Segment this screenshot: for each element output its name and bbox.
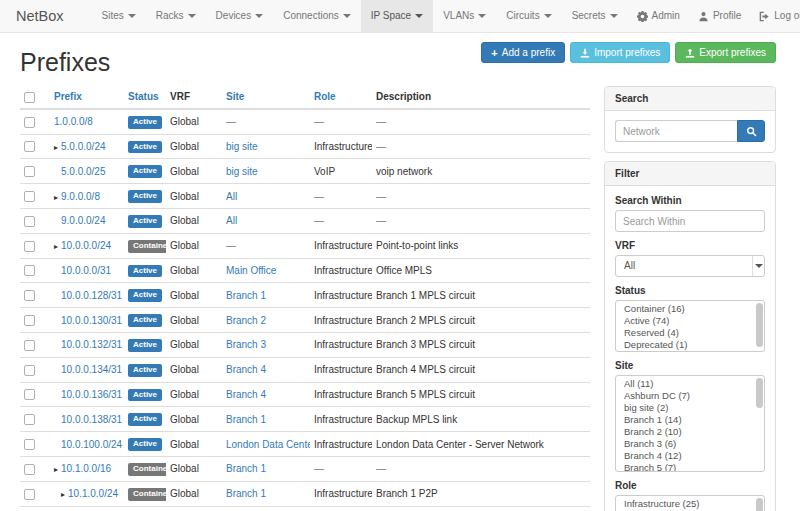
- row-checkbox[interactable]: [24, 241, 35, 252]
- prefix-link[interactable]: 10.0.0.128/31: [61, 290, 122, 301]
- add-prefix-button[interactable]: + Add a prefix: [481, 42, 565, 63]
- filter-option[interactable]: Infrastructure (25): [616, 498, 764, 510]
- status-badge: Active: [128, 141, 162, 154]
- nav-item-label: Secrets: [572, 0, 606, 32]
- nav-item-sites[interactable]: Sites: [92, 0, 146, 32]
- site-link[interactable]: Branch 1: [226, 414, 266, 425]
- filter-option[interactable]: Branch 2 (10): [616, 426, 764, 438]
- filter-option[interactable]: big site (2): [616, 402, 764, 414]
- site-link[interactable]: London Data Center: [226, 439, 310, 450]
- site-link[interactable]: Branch 2: [226, 315, 266, 326]
- status-cell: Active: [124, 357, 166, 382]
- prefix-link[interactable]: 10.0.100.0/24: [61, 439, 122, 450]
- checkbox-cell: [20, 308, 50, 333]
- nav-item-connections[interactable]: Connections: [273, 0, 361, 32]
- site-link[interactable]: Branch 1: [226, 488, 266, 499]
- scrollbar-thumb[interactable]: [756, 498, 763, 511]
- site-link[interactable]: Branch 1: [226, 290, 266, 301]
- expand-arrow-icon[interactable]: ▸: [54, 465, 58, 474]
- row-checkbox[interactable]: [24, 117, 35, 128]
- filter-option[interactable]: Branch 4 (12): [616, 450, 764, 462]
- scrollbar-thumb[interactable]: [756, 378, 763, 408]
- description-cell: Branch 1 MPLS circuit: [372, 283, 590, 308]
- prefix-link[interactable]: 10.1.0.0/24: [68, 488, 118, 499]
- filter-option[interactable]: Reserved (4): [616, 327, 764, 339]
- site-link[interactable]: Main Office: [226, 265, 276, 276]
- vrf-select[interactable]: All: [615, 255, 765, 277]
- search-input[interactable]: [615, 120, 737, 142]
- filter-option[interactable]: Ashburn DC (7): [616, 390, 764, 402]
- site-link[interactable]: All: [226, 191, 237, 202]
- nav-item-devices[interactable]: Devices: [206, 0, 274, 32]
- sort-prefix[interactable]: Prefix: [54, 91, 82, 102]
- row-checkbox[interactable]: [24, 414, 35, 425]
- import-prefixes-button[interactable]: Import prefixes: [570, 42, 670, 63]
- row-checkbox[interactable]: [24, 191, 35, 202]
- row-checkbox[interactable]: [24, 439, 35, 450]
- checkbox-cell: [20, 233, 50, 258]
- prefix-link[interactable]: 10.1.0.0/16: [61, 463, 111, 474]
- row-checkbox[interactable]: [24, 290, 35, 301]
- filter-option[interactable]: Container (16): [616, 303, 764, 315]
- site-link[interactable]: Branch 3: [226, 339, 266, 350]
- sort-role[interactable]: Role: [314, 91, 336, 102]
- scrollbar-thumb[interactable]: [756, 303, 763, 347]
- empty-value: —: [314, 215, 324, 226]
- prefix-link[interactable]: 10.0.0.138/31: [61, 414, 122, 425]
- prefix-link[interactable]: 5.0.0.0/24: [61, 141, 105, 152]
- expand-arrow-icon[interactable]: ▸: [54, 193, 58, 202]
- site-link[interactable]: Branch 1: [226, 463, 266, 474]
- search-within-input[interactable]: [615, 210, 765, 232]
- site-link[interactable]: big site: [226, 166, 258, 177]
- filter-option[interactable]: Branch 1 (14): [616, 414, 764, 426]
- filter-option[interactable]: Branch 5 (7): [616, 462, 764, 472]
- nav-item-ip-space[interactable]: IP Space: [361, 0, 433, 32]
- prefix-link[interactable]: 10.0.0.134/31: [61, 364, 122, 375]
- export-prefixes-button[interactable]: Export prefixes: [675, 42, 776, 63]
- prefix-link[interactable]: 9.0.0.0/24: [61, 215, 105, 226]
- expand-arrow-icon[interactable]: ▸: [61, 490, 65, 499]
- row-checkbox[interactable]: [24, 216, 35, 227]
- nav-log-out[interactable]: Log out: [750, 0, 800, 32]
- prefix-link[interactable]: 10.0.0.136/31: [61, 389, 122, 400]
- filter-option[interactable]: Deprecated (1): [616, 339, 764, 351]
- nav-profile[interactable]: Profile: [689, 0, 750, 32]
- prefix-link[interactable]: 9.0.0.0/8: [61, 191, 100, 202]
- row-checkbox[interactable]: [24, 315, 35, 326]
- row-checkbox[interactable]: [24, 265, 35, 276]
- prefix-link[interactable]: 10.0.0.132/31: [61, 339, 122, 350]
- row-checkbox[interactable]: [24, 141, 35, 152]
- expand-arrow-icon[interactable]: ▸: [54, 143, 58, 152]
- prefix-link[interactable]: 10.0.0.130/31: [61, 315, 122, 326]
- prefix-link[interactable]: 10.0.0.0/31: [61, 265, 111, 276]
- row-checkbox[interactable]: [24, 489, 35, 500]
- row-checkbox[interactable]: [24, 389, 35, 400]
- row-checkbox[interactable]: [24, 365, 35, 376]
- filter-option[interactable]: All (11): [616, 378, 764, 390]
- prefix-link[interactable]: 10.0.0.0/24: [61, 240, 111, 251]
- site-cell: —: [222, 233, 310, 258]
- site-link[interactable]: Branch 4: [226, 364, 266, 375]
- row-checkbox[interactable]: [24, 464, 35, 475]
- site-link[interactable]: All: [226, 215, 237, 226]
- site-link[interactable]: big site: [226, 141, 258, 152]
- expand-arrow-icon[interactable]: ▸: [54, 242, 58, 251]
- nav-item-racks[interactable]: Racks: [146, 0, 206, 32]
- navbar-brand[interactable]: NetBox: [0, 0, 78, 32]
- row-checkbox[interactable]: [24, 340, 35, 351]
- site-link[interactable]: Branch 4: [226, 389, 266, 400]
- prefix-link[interactable]: 1.0.0.0/8: [54, 116, 93, 127]
- nav-item-vlans[interactable]: VLANs: [433, 0, 496, 32]
- sort-site[interactable]: Site: [226, 91, 244, 102]
- select-all-checkbox[interactable]: [24, 92, 35, 103]
- filter-option[interactable]: Active (74): [616, 315, 764, 327]
- sort-status[interactable]: Status: [128, 91, 159, 102]
- role-cell: —: [310, 109, 372, 134]
- search-button[interactable]: [737, 120, 765, 142]
- prefix-link[interactable]: 5.0.0.0/25: [61, 166, 105, 177]
- nav-item-circuits[interactable]: Circuits: [496, 0, 561, 32]
- row-checkbox[interactable]: [24, 166, 35, 177]
- nav-item-secrets[interactable]: Secrets: [562, 0, 628, 32]
- nav-admin[interactable]: Admin: [628, 0, 689, 32]
- filter-option[interactable]: Branch 3 (6): [616, 438, 764, 450]
